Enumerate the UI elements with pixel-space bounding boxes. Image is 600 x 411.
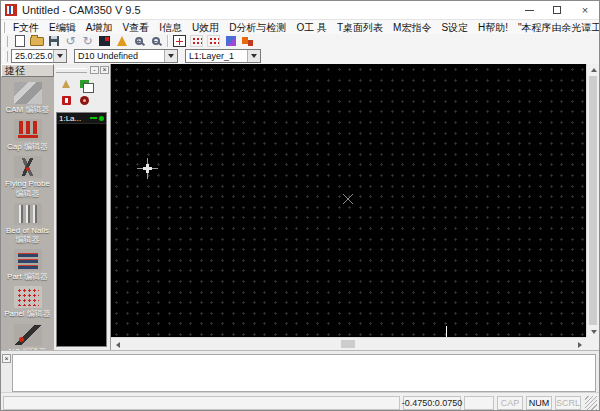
menu-help[interactable]: H帮助!	[473, 21, 513, 35]
menu-settings[interactable]: S设定	[436, 21, 473, 35]
scroll-up-button[interactable]	[587, 64, 600, 75]
dcode-combo-value: D10 Undefined	[75, 51, 138, 61]
zoom-in-glyph: +	[135, 37, 143, 45]
sidebar-item-label: Panel 编辑器	[4, 309, 51, 318]
layers-panel-grip[interactable]	[56, 68, 87, 73]
menu-utilities[interactable]: U效用	[187, 21, 224, 35]
design-canvas[interactable]	[111, 64, 588, 337]
cam-editor-icon	[14, 82, 42, 104]
layer-combo[interactable]: L1:Layer_1	[185, 49, 261, 63]
toolbar-grip[interactable]	[3, 36, 8, 47]
dcode-grid-glyph	[190, 35, 203, 47]
save-file-glyph	[49, 36, 59, 46]
grid-combo-dropdown[interactable]	[53, 50, 66, 62]
scroll-lock-indicator: SCRL	[555, 396, 581, 410]
maximize-button[interactable]	[543, 1, 571, 19]
menu-tools[interactable]: O工 具	[291, 21, 332, 35]
film-window-icon[interactable]	[171, 35, 188, 48]
redo-icon[interactable]	[79, 35, 96, 48]
zoom-out-icon[interactable]: −	[147, 35, 164, 48]
cap-editor-icon	[14, 119, 42, 141]
menu-file[interactable]: F文件	[8, 21, 44, 35]
output-panel-close-button[interactable]: ×	[2, 354, 11, 363]
scroll-left-button[interactable]	[111, 339, 124, 350]
menu-edit[interactable]: E编辑	[44, 21, 81, 35]
status-bar: -0.4750:0.0750 CAP NUM SCRL	[1, 392, 599, 411]
main-toolbar: + −	[1, 34, 599, 49]
palette-icon[interactable]	[239, 35, 256, 48]
aperture-grid-icon[interactable]	[205, 35, 222, 48]
remove-layer-icon[interactable]	[58, 93, 74, 107]
part-editor-icon	[14, 249, 42, 271]
highlight-cone-icon[interactable]	[113, 35, 130, 48]
sidebar-item-part-editor[interactable]: Part 编辑器	[1, 249, 54, 281]
panel-editor-icon	[14, 286, 42, 308]
app-icon	[5, 4, 17, 16]
layer-combo-dropdown[interactable]	[247, 50, 260, 62]
vertical-scroll-thumb[interactable]	[589, 76, 597, 325]
menu-macro[interactable]: M宏指令	[388, 21, 436, 35]
sidebar-item-flying-probe-editor[interactable]: Flying Probe 编辑器	[1, 156, 54, 197]
layer-colors-icon[interactable]	[222, 35, 239, 48]
settings-toolbar-grip[interactable]	[3, 51, 8, 62]
menu-add[interactable]: A增加	[81, 21, 118, 35]
output-panel-content[interactable]	[12, 354, 596, 392]
dcode-combo[interactable]: D10 Undefined	[74, 49, 178, 63]
chevron-down-icon	[168, 54, 174, 58]
dcode-combo-dropdown[interactable]	[164, 50, 177, 62]
cam350-window: Untitled - CAM350 V 9.5 × F文件 E编辑 A增加 V查…	[0, 0, 600, 411]
maximize-icon	[553, 6, 561, 14]
layers-panel-close-button[interactable]: ×	[100, 66, 109, 74]
close-button[interactable]: ×	[571, 1, 599, 19]
sidebar-item-panel-editor[interactable]: Panel 编辑器	[1, 286, 54, 318]
sidebar-item-bed-of-nails-editor[interactable]: Bed of Nails 编辑器	[1, 203, 54, 244]
minimize-icon	[525, 10, 534, 11]
menu-analysis[interactable]: D分析与检测	[224, 21, 291, 35]
layers-panel-minimize-button[interactable]: -	[90, 66, 99, 74]
grid-combo[interactable]: 25.0:25.0	[11, 49, 67, 63]
sidebar-item-nc-editor[interactable]: NC 编辑器	[1, 324, 54, 351]
num-lock-indicator: NUM	[526, 396, 552, 410]
layer-row[interactable]: 1:La...	[57, 113, 106, 124]
menu-localization-credit[interactable]: "本程序由余光谭工作室汉化"	[513, 21, 600, 35]
horizontal-scrollbar[interactable]	[111, 337, 586, 350]
sidebar-item-cap-editor[interactable]: Cap 编辑器	[1, 119, 54, 151]
chevron-down-icon	[251, 54, 257, 58]
undo-icon[interactable]	[62, 35, 79, 48]
shortcuts-sidebar: 捷径 CAM 编辑器 Cap 编辑器 Flying Probe 编辑器 Bed …	[1, 64, 55, 350]
toolbar-separator	[167, 35, 168, 47]
output-panel: ×	[1, 350, 599, 393]
vertical-scrollbar[interactable]	[586, 64, 599, 337]
caps-lock-indicator: CAP	[497, 396, 523, 410]
sidebar-item-label: Cap 编辑器	[7, 142, 48, 151]
menu-view[interactable]: V查看	[117, 21, 154, 35]
open-file-icon[interactable]	[28, 35, 45, 48]
menu-info[interactable]: I信息	[154, 21, 187, 35]
layer-visibility-dot[interactable]	[99, 116, 104, 121]
copy-layer-icon[interactable]	[76, 77, 92, 91]
minimize-button[interactable]	[515, 1, 543, 19]
zoom-in-icon[interactable]: +	[130, 35, 147, 48]
save-file-icon[interactable]	[45, 35, 62, 48]
new-file-icon[interactable]	[11, 35, 28, 48]
window-resize-grip[interactable]	[585, 396, 597, 410]
scroll-right-button[interactable]	[573, 339, 586, 350]
zoom-out-glyph: −	[152, 37, 160, 45]
dcode-grid-icon[interactable]	[188, 35, 205, 48]
layer-color-swatch[interactable]	[90, 117, 97, 119]
layer-target-icon[interactable]	[76, 93, 92, 107]
sidebar-item-cam-editor[interactable]: CAM 编辑器	[1, 82, 54, 114]
title-bar: Untitled - CAM350 V 9.5 ×	[1, 1, 599, 19]
menu-tables[interactable]: T桌面列表	[332, 21, 388, 35]
film-view-icon[interactable]	[96, 35, 113, 48]
menu-grip[interactable]	[3, 22, 5, 33]
open-file-glyph	[30, 37, 44, 46]
horizontal-scroll-thumb[interactable]	[341, 340, 355, 348]
sidebar-item-label: Flying Probe 编辑器	[1, 179, 54, 197]
scroll-down-button[interactable]	[587, 326, 600, 337]
scrollbar-corner	[586, 337, 599, 350]
new-file-glyph	[15, 35, 25, 47]
flying-probe-editor-icon	[14, 156, 42, 178]
add-layer-brush-icon[interactable]	[58, 77, 74, 91]
chevron-down-icon	[57, 54, 63, 58]
